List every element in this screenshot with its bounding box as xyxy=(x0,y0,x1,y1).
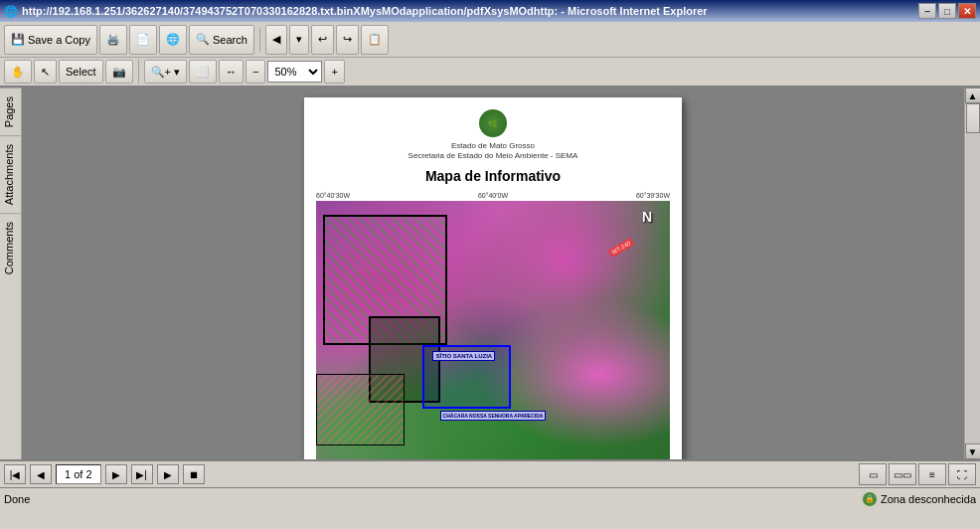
view-single-button[interactable]: ▭ xyxy=(859,463,887,485)
play-icon: ▶ xyxy=(164,469,172,480)
zoom-out-icon: − xyxy=(252,66,258,78)
fit-width-button[interactable]: ↔ xyxy=(219,60,244,84)
undo-button[interactable]: ↩ xyxy=(311,25,334,55)
view-double-button[interactable]: ▭▭ xyxy=(889,463,916,485)
coord-middle: 60°40'0W xyxy=(478,192,508,199)
save-icon: 💾 xyxy=(11,33,25,46)
separator-1 xyxy=(259,28,260,52)
last-page-button[interactable]: ▶| xyxy=(131,464,153,484)
web-icon: 🌐 xyxy=(166,33,180,46)
pointer-icon: ↖ xyxy=(41,66,50,79)
select-label: Select xyxy=(66,66,96,78)
status-text: Done xyxy=(4,493,863,505)
play-button[interactable]: ▶ xyxy=(157,464,179,484)
pdf-map-title: Mapa de Informativo xyxy=(316,168,670,184)
scroll-thumb[interactable] xyxy=(966,103,980,133)
site-label: SÍTIO SANTA LUZIA xyxy=(432,351,495,361)
main-toolbar: 💾 Save a Copy 🖨️ 📄 🌐 🔍 Search ◀ ▾ ↩ ↪ 📋 xyxy=(0,22,980,58)
search-label: Search xyxy=(213,34,247,46)
next-page-button[interactable]: ▶ xyxy=(105,464,127,484)
zoom-out-button[interactable]: − xyxy=(245,60,265,84)
pdf-header: 🌿 Estado de Mato Grosso Secretaria de Es… xyxy=(316,109,670,184)
maximize-button[interactable]: □ xyxy=(938,3,956,19)
hand-icon: ✋ xyxy=(11,66,25,79)
pdf-document: 🌿 Estado de Mato Grosso Secretaria de Es… xyxy=(304,97,682,459)
scroll-track[interactable] xyxy=(966,103,980,443)
north-arrow: N xyxy=(642,209,652,225)
view-buttons: ▭ ▭▭ ≡ ⛶ xyxy=(859,463,976,485)
select-button[interactable]: Select xyxy=(59,60,103,84)
separator-2 xyxy=(138,60,139,84)
prev-page-icon: ◀ xyxy=(37,469,45,480)
print-button[interactable]: 🖨️ xyxy=(99,25,127,55)
zoom-in-icon: 🔍+ xyxy=(151,66,171,79)
print-icon: 🖨️ xyxy=(106,33,120,46)
sidebar-item-pages[interactable]: Pages xyxy=(0,88,21,135)
zone-icon: 🔒 xyxy=(863,492,877,506)
zoom-in-dropdown-button[interactable]: 🔍+▾ xyxy=(144,60,187,84)
hand-tool-button[interactable]: ✋ xyxy=(4,60,32,84)
zone-label: Zona desconhecida xyxy=(881,493,976,505)
pdf-logo: 🌿 xyxy=(479,109,507,137)
fit-width-icon: ↔ xyxy=(226,66,237,78)
map-region-pink xyxy=(316,374,405,446)
scroll-down-button[interactable]: ▼ xyxy=(965,443,981,459)
status-bar: Done 🔒 Zona desconhecida xyxy=(0,487,980,509)
view-fullscreen-button[interactable]: ⛶ xyxy=(948,463,976,485)
next-page-icon: ▶ xyxy=(112,469,120,480)
page-indicator: 1 of 2 xyxy=(56,464,101,484)
coord-left: 60°40'30W xyxy=(316,192,350,199)
redo-button[interactable]: ↪ xyxy=(336,25,359,55)
navigation-bar: |◀ ◀ 1 of 2 ▶ ▶| ▶ ⏹ ▭ ▭▭ ≡ ⛶ xyxy=(0,459,980,487)
pdf-org-line2: Secretaria de Estado do Meio Ambiente - … xyxy=(316,151,670,161)
main-content: Pages Attachments Comments 🌿 Estado de M… xyxy=(0,88,980,459)
first-page-icon: |◀ xyxy=(10,469,21,480)
vertical-scrollbar[interactable]: ▲ ▼ xyxy=(964,88,980,459)
last-page-icon: ▶| xyxy=(136,469,147,480)
pdf-org-line1: Estado de Mato Grosso xyxy=(316,141,670,151)
coord-right: 60°39'30W xyxy=(636,192,670,199)
map-image: SÍTIO SANTA LUZIA CHÁCARA NOSSA SENHORA … xyxy=(316,201,670,459)
action-button[interactable]: 📋 xyxy=(361,25,389,55)
pointer-tool-button[interactable]: ↖ xyxy=(34,60,57,84)
zoom-in-plus-icon: + xyxy=(331,66,337,78)
nav-dropdown-button[interactable]: ▾ xyxy=(289,25,309,55)
nav-prev-icon: ◀ xyxy=(272,33,280,46)
scroll-up-button[interactable]: ▲ xyxy=(965,88,981,103)
pdf-viewer[interactable]: 🌿 Estado de Mato Grosso Secretaria de Es… xyxy=(22,88,964,459)
fit-page-button[interactable]: ⬜ xyxy=(189,60,217,84)
prev-page-button[interactable]: ◀ xyxy=(30,464,52,484)
sidebar: Pages Attachments Comments xyxy=(0,88,22,459)
search-icon: 🔍 xyxy=(196,33,210,46)
first-page-button[interactable]: |◀ xyxy=(4,464,26,484)
close-button[interactable]: ✕ xyxy=(958,3,976,19)
security-zone: 🔒 Zona desconhecida xyxy=(863,492,976,506)
satellite-background: SÍTIO SANTA LUZIA CHÁCARA NOSSA SENHORA … xyxy=(316,201,670,459)
stop-icon: ⏹ xyxy=(189,469,199,480)
window-title: http://192.168.1.251/362627140/374943752… xyxy=(18,5,918,17)
web-button[interactable]: 🌐 xyxy=(159,25,187,55)
snapshot-button[interactable]: 📷 xyxy=(105,60,133,84)
stop-button[interactable]: ⏹ xyxy=(183,464,205,484)
save-copy-label: Save a Copy xyxy=(28,34,90,46)
nav-prev-button[interactable]: ◀ xyxy=(265,25,287,55)
export-button[interactable]: 📄 xyxy=(129,25,157,55)
zoom-in-button[interactable]: + xyxy=(324,60,344,84)
fit-page-icon: ⬜ xyxy=(196,66,210,79)
snapshot-icon: 📷 xyxy=(112,66,126,79)
chacara-label: CHÁCARA NOSSA SENHORA APARECIDA xyxy=(440,411,547,421)
road-label: MT-240 xyxy=(608,238,635,258)
export-icon: 📄 xyxy=(136,33,150,46)
window-controls: – □ ✕ xyxy=(918,3,976,19)
minimize-button[interactable]: – xyxy=(918,3,936,19)
map-coordinates: 60°40'30W 60°40'0W 60°39'30W xyxy=(316,192,670,199)
zoom-selector[interactable]: 50% 25% 75% 100% 125% 150% xyxy=(267,61,322,83)
view-continuous-button[interactable]: ≡ xyxy=(918,463,946,485)
view-toolbar: ✋ ↖ Select 📷 🔍+▾ ⬜ ↔ − 50% 25% 75% 100% … xyxy=(0,58,980,88)
save-copy-button[interactable]: 💾 Save a Copy xyxy=(4,25,97,55)
sidebar-item-comments[interactable]: Comments xyxy=(0,213,21,282)
title-bar: 🌐 http://192.168.1.251/362627140/3749437… xyxy=(0,0,980,22)
search-button[interactable]: 🔍 Search xyxy=(189,25,254,55)
sidebar-item-attachments[interactable]: Attachments xyxy=(0,135,21,213)
